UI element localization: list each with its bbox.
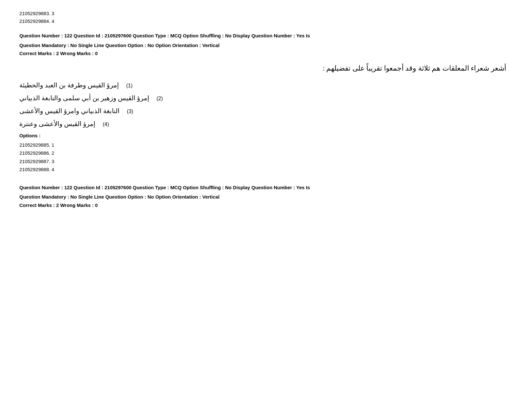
options-label-block1: Options :: [19, 133, 513, 138]
option-item-1: (1) إمرؤ القيس وطرفة بن العبد والحطيئة: [19, 81, 513, 89]
question-meta-line1-block2: Question Number : 122 Question Id : 2105…: [19, 183, 513, 192]
option-id-1: 21052929885. 1: [19, 141, 513, 149]
option-text-1: إمرؤ القيس وطرفة بن العبد والحطيئة: [19, 81, 119, 89]
question-text-block1: أشعر شعراء المعلقات هم ثلاثة وقد أجمعوا …: [19, 62, 513, 75]
option-id-list: 21052929885. 1 21052929886. 2 2105292988…: [19, 141, 513, 174]
question-block-1: Question Number : 122 Question Id : 2105…: [19, 32, 513, 174]
question-block-2: Question Number : 122 Question Id : 2105…: [19, 183, 513, 208]
option-id-3: 21052929887. 3: [19, 157, 513, 166]
option-text-4: إمرؤ القيس والأعشى وعنترة: [19, 120, 95, 128]
option-text-2: إمرؤ القيس وزهير بن أبي سلمى والنابغة ال…: [19, 94, 149, 102]
options-list-block1: (1) إمرؤ القيس وطرفة بن العبد والحطيئة (…: [19, 81, 513, 128]
option-number-3: (3): [123, 109, 133, 114]
top-ids-section: 21052929883. 3 21052929884. 4: [19, 10, 513, 25]
question-meta-line2-block2: Question Mandatory : No Single Line Ques…: [19, 193, 513, 201]
question-meta-line1-block1: Question Number : 122 Question Id : 2105…: [19, 32, 513, 40]
correct-marks-block2: Correct Marks : 2 Wrong Marks : 0: [19, 202, 513, 208]
option-number-2: (2): [153, 96, 163, 102]
option-id-2: 21052929886. 2: [19, 149, 513, 157]
option-number-1: (1): [123, 83, 133, 89]
question-meta-line2-block1: Question Mandatory : No Single Line Ques…: [19, 41, 513, 50]
option-number-4: (4): [99, 122, 109, 127]
option-item-2: (2) إمرؤ القيس وزهير بن أبي سلمى والنابغ…: [19, 94, 513, 102]
top-id-2: 21052929884. 4: [19, 17, 513, 25]
option-item-4: (4) إمرؤ القيس والأعشى وعنترة: [19, 120, 513, 128]
correct-marks-block1: Correct Marks : 2 Wrong Marks : 0: [19, 51, 513, 56]
option-text-3: النابغة الذبياني وامرؤ القيس والأعشى: [19, 107, 120, 115]
option-id-4: 21052929888. 4: [19, 165, 513, 174]
option-item-3: (3) النابغة الذبياني وامرؤ القيس والأعشى: [19, 107, 513, 115]
top-id-1: 21052929883. 3: [19, 10, 513, 17]
